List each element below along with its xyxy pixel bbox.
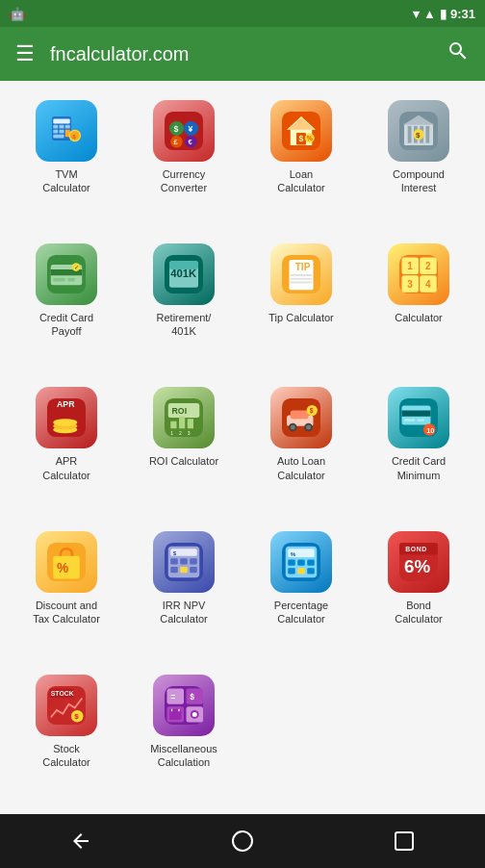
ccminimum-label: Credit CardMinimum: [392, 454, 446, 482]
svg-rect-100: [180, 558, 188, 564]
svg-rect-102: [170, 567, 178, 573]
svg-rect-53: [291, 282, 313, 284]
tip-icon: TIP: [270, 243, 332, 305]
svg-rect-127: [187, 688, 204, 703]
apr-label: APRCalculator: [42, 454, 90, 482]
discount-calculator-item[interactable]: % Discount andTax Calculator: [10, 522, 123, 661]
svg-rect-4: [65, 125, 70, 129]
svg-rect-72: [179, 417, 185, 429]
compound-icon: $: [388, 100, 449, 162]
bond-calculator-item[interactable]: BOND 6% BondCalculator: [362, 522, 475, 661]
retirement-item[interactable]: 401K Retirement/401K: [127, 234, 241, 373]
home-button[interactable]: [223, 822, 262, 860]
wifi-icon: ▾: [413, 7, 420, 21]
roi-icon: ROI 1 2 3: [153, 387, 215, 448]
currency-converter-item[interactable]: $ ¥ £ € CurrencyConverter: [127, 90, 241, 230]
svg-rect-2: [53, 125, 58, 129]
misc-calculation-item[interactable]: = $ MiscellaneousCalculation: [127, 665, 241, 804]
svg-rect-79: [291, 411, 309, 420]
credit-card-payoff-item[interactable]: ✓ Credit CardPayoff: [10, 234, 123, 373]
cc-minimum-item[interactable]: 10 Credit CardMinimum: [362, 377, 475, 517]
svg-text:$: $: [74, 712, 79, 721]
svg-text:ROI: ROI: [172, 407, 188, 417]
svg-point-81: [291, 425, 295, 430]
currency-icon: $ ¥ £ €: [153, 100, 215, 162]
svg-text:1: 1: [407, 261, 413, 271]
svg-rect-5: [53, 130, 58, 134]
creditcard-label: Credit CardPayoff: [39, 311, 93, 339]
tip-label: Tip Calculator: [268, 311, 333, 324]
svg-text:3: 3: [407, 279, 413, 290]
svg-rect-51: [291, 274, 313, 276]
tvm-calculator-item[interactable]: $ TVMCalculator: [10, 90, 123, 230]
stock-icon: STOCK $: [36, 675, 97, 736]
svg-rect-71: [170, 421, 176, 429]
svg-text:APR: APR: [57, 399, 75, 409]
svg-point-66: [53, 420, 77, 427]
svg-text:2: 2: [179, 430, 182, 436]
currency-label: CurrencyConverter: [161, 167, 207, 195]
autoloan-icon: $: [270, 387, 332, 448]
svg-rect-99: [170, 558, 178, 564]
loan-icon: $ %: [270, 100, 332, 162]
svg-rect-73: [188, 420, 193, 429]
calculator-item[interactable]: 1 2 3 4 Calculator: [362, 234, 475, 373]
svg-rect-40: [53, 278, 65, 282]
svg-rect-103: [180, 567, 188, 573]
apr-icon: APR: [36, 387, 97, 448]
svg-text:2: 2: [425, 261, 431, 271]
apr-calculator-item[interactable]: APR APRCalculator: [10, 377, 123, 517]
search-icon[interactable]: [447, 39, 470, 68]
tip-calculator-item[interactable]: TIP Tip Calculator: [244, 234, 358, 373]
roi-calculator-item[interactable]: ROI 1 2 3 ROI Calculator: [127, 377, 241, 517]
svg-text:¥: ¥: [188, 124, 192, 134]
svg-text:$: $: [190, 692, 194, 702]
svg-rect-3: [60, 125, 64, 129]
compound-label: CompoundInterest: [393, 167, 445, 195]
battery-icon: ▮: [440, 7, 447, 21]
misc-label: MiscellaneousCalculation: [150, 742, 217, 770]
status-bar-right: ▾ ▲ ▮ 9:31: [413, 7, 475, 21]
svg-rect-109: [288, 559, 295, 565]
svg-text:$: $: [299, 134, 304, 143]
svg-rect-111: [307, 559, 315, 565]
discount-label: Discount andTax Calculator: [33, 599, 100, 626]
svg-text:%: %: [57, 561, 68, 575]
svg-text:4: 4: [425, 279, 431, 290]
svg-rect-89: [404, 420, 415, 422]
stock-label: StockCalculator: [42, 742, 90, 770]
calculator-grid: $ TVMCalculator $ ¥ £ € CurrencyC: [0, 81, 485, 814]
bond-icon: BOND 6%: [388, 531, 449, 593]
stock-calculator-item[interactable]: STOCK $ StockCalculator: [10, 665, 123, 804]
signal-icon: ▲: [423, 7, 436, 21]
svg-rect-6: [60, 130, 64, 134]
svg-text:$: $: [72, 133, 76, 140]
svg-rect-47: [169, 261, 198, 269]
svg-text:$: $: [416, 131, 421, 140]
svg-point-136: [192, 712, 197, 717]
irrnpv-calculator-item[interactable]: $ IRR NPVCalculator: [127, 522, 241, 661]
svg-rect-101: [190, 558, 197, 564]
retirement-label: Retirement/401K: [157, 311, 212, 339]
svg-rect-114: [307, 568, 315, 574]
svg-rect-104: [190, 567, 197, 573]
back-button[interactable]: [62, 822, 100, 860]
autoloan-calculator-item[interactable]: $ Auto LoanCalculator: [244, 377, 358, 517]
loan-label: LoanCalculator: [277, 167, 325, 195]
svg-rect-112: [288, 568, 295, 574]
svg-text:STOCK: STOCK: [51, 690, 74, 697]
svg-text:$: $: [173, 124, 178, 134]
app-bar: ☰ fncalculator.com: [0, 27, 485, 81]
svg-rect-90: [418, 420, 425, 422]
ccminimum-icon: 10: [388, 387, 449, 448]
svg-text:1: 1: [170, 430, 173, 436]
recents-button[interactable]: [385, 822, 423, 860]
percentage-calculator-item[interactable]: % PercentageCalculator: [244, 522, 358, 661]
svg-rect-34: [426, 126, 430, 143]
irrnpv-icon: $: [153, 531, 215, 593]
loan-calculator-item[interactable]: $ % LoanCalculator: [244, 90, 358, 230]
svg-text:$: $: [173, 549, 177, 555]
svg-point-137: [233, 831, 252, 851]
compound-interest-item[interactable]: $ CompoundInterest: [362, 90, 475, 230]
menu-icon[interactable]: ☰: [15, 41, 35, 66]
